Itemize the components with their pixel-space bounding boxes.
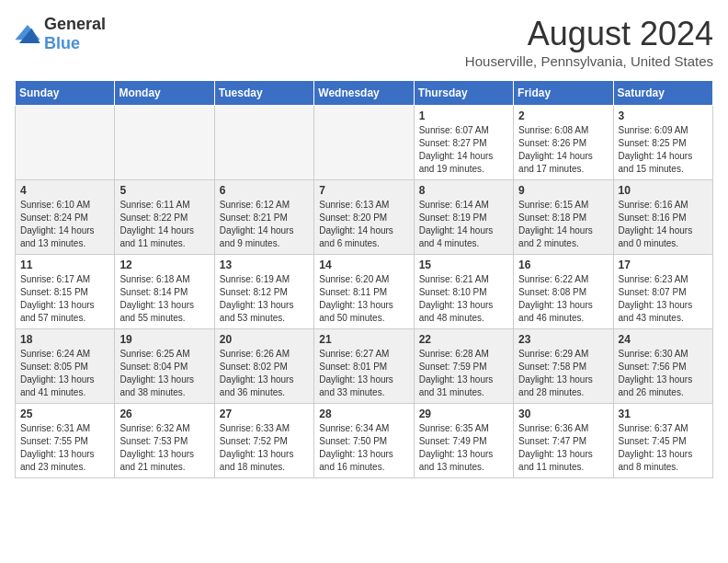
day-info: Sunrise: 6:07 AM Sunset: 8:27 PM Dayligh… xyxy=(419,124,508,176)
day-number: 10 xyxy=(619,184,708,197)
calendar-cell: 2Sunrise: 6:08 AM Sunset: 8:26 PM Daylig… xyxy=(514,106,613,180)
calendar-header: SundayMondayTuesdayWednesdayThursdayFrid… xyxy=(16,81,713,106)
day-number: 23 xyxy=(518,333,608,346)
day-info: Sunrise: 6:32 AM Sunset: 7:53 PM Dayligh… xyxy=(119,422,209,474)
day-info: Sunrise: 6:37 AM Sunset: 7:45 PM Dayligh… xyxy=(619,422,708,474)
day-info: Sunrise: 6:10 AM Sunset: 8:24 PM Dayligh… xyxy=(20,199,109,250)
calendar-cell: 9Sunrise: 6:15 AM Sunset: 8:18 PM Daylig… xyxy=(514,180,613,255)
calendar-cell: 12Sunrise: 6:18 AM Sunset: 8:14 PM Dayli… xyxy=(115,255,214,329)
weekday-header: Tuesday xyxy=(214,81,313,106)
calendar-cell: 21Sunrise: 6:27 AM Sunset: 8:01 PM Dayli… xyxy=(314,329,414,404)
day-info: Sunrise: 6:16 AM Sunset: 8:16 PM Dayligh… xyxy=(619,199,708,250)
day-number: 25 xyxy=(20,408,109,420)
weekday-header: Thursday xyxy=(414,81,513,106)
calendar-cell: 23Sunrise: 6:29 AM Sunset: 7:58 PM Dayli… xyxy=(514,329,613,404)
day-info: Sunrise: 6:35 AM Sunset: 7:49 PM Dayligh… xyxy=(419,422,508,474)
day-number: 9 xyxy=(518,184,608,197)
day-number: 19 xyxy=(119,333,209,346)
calendar-cell: 7Sunrise: 6:13 AM Sunset: 8:20 PM Daylig… xyxy=(314,180,414,255)
day-number: 22 xyxy=(419,333,508,346)
day-info: Sunrise: 6:21 AM Sunset: 8:10 PM Dayligh… xyxy=(419,273,508,325)
day-number: 26 xyxy=(119,408,209,420)
day-info: Sunrise: 6:30 AM Sunset: 7:56 PM Dayligh… xyxy=(619,348,708,399)
calendar-cell: 6Sunrise: 6:12 AM Sunset: 8:21 PM Daylig… xyxy=(214,180,313,255)
day-number: 30 xyxy=(518,408,608,420)
calendar-cell: 5Sunrise: 6:11 AM Sunset: 8:22 PM Daylig… xyxy=(115,180,214,255)
day-number: 1 xyxy=(419,109,508,122)
weekday-header: Friday xyxy=(514,81,613,106)
calendar-cell: 3Sunrise: 6:09 AM Sunset: 8:25 PM Daylig… xyxy=(613,106,712,180)
calendar-cell: 11Sunrise: 6:17 AM Sunset: 8:15 PM Dayli… xyxy=(16,255,115,329)
calendar-cell: 13Sunrise: 6:19 AM Sunset: 8:12 PM Dayli… xyxy=(214,255,313,329)
calendar-cell: 10Sunrise: 6:16 AM Sunset: 8:16 PM Dayli… xyxy=(613,180,712,255)
day-info: Sunrise: 6:14 AM Sunset: 8:19 PM Dayligh… xyxy=(419,199,508,250)
logo-text: General Blue xyxy=(44,15,106,53)
calendar-cell: 19Sunrise: 6:25 AM Sunset: 8:04 PM Dayli… xyxy=(115,329,214,404)
calendar-cell: 14Sunrise: 6:20 AM Sunset: 8:11 PM Dayli… xyxy=(314,255,414,329)
day-number: 3 xyxy=(619,109,708,122)
day-number: 2 xyxy=(518,109,608,122)
calendar-cell: 1Sunrise: 6:07 AM Sunset: 8:27 PM Daylig… xyxy=(414,106,513,180)
day-info: Sunrise: 6:12 AM Sunset: 8:21 PM Dayligh… xyxy=(220,199,309,250)
month-title: August 2024 xyxy=(465,15,713,53)
calendar-cell: 20Sunrise: 6:26 AM Sunset: 8:02 PM Dayli… xyxy=(214,329,313,404)
day-number: 29 xyxy=(419,408,508,420)
day-number: 27 xyxy=(220,408,309,420)
logo-icon xyxy=(15,25,40,43)
day-info: Sunrise: 6:28 AM Sunset: 7:59 PM Dayligh… xyxy=(419,348,508,399)
day-number: 12 xyxy=(119,259,209,271)
location: Houserville, Pennsylvania, United States xyxy=(465,53,713,69)
calendar-cell: 4Sunrise: 6:10 AM Sunset: 8:24 PM Daylig… xyxy=(16,180,115,255)
weekday-header: Sunday xyxy=(16,81,115,106)
calendar-cell: 28Sunrise: 6:34 AM Sunset: 7:50 PM Dayli… xyxy=(314,404,414,478)
day-number: 14 xyxy=(319,259,408,271)
calendar-week: 4Sunrise: 6:10 AM Sunset: 8:24 PM Daylig… xyxy=(16,180,713,255)
calendar-cell: 25Sunrise: 6:31 AM Sunset: 7:55 PM Dayli… xyxy=(16,404,115,478)
day-info: Sunrise: 6:19 AM Sunset: 8:12 PM Dayligh… xyxy=(220,273,309,325)
calendar-cell: 31Sunrise: 6:37 AM Sunset: 7:45 PM Dayli… xyxy=(613,404,712,478)
day-info: Sunrise: 6:11 AM Sunset: 8:22 PM Dayligh… xyxy=(119,199,209,250)
weekday-header: Monday xyxy=(115,81,214,106)
calendar-cell: 30Sunrise: 6:36 AM Sunset: 7:47 PM Dayli… xyxy=(514,404,613,478)
day-info: Sunrise: 6:36 AM Sunset: 7:47 PM Dayligh… xyxy=(518,422,608,474)
calendar-week: 18Sunrise: 6:24 AM Sunset: 8:05 PM Dayli… xyxy=(16,329,713,404)
calendar-cell xyxy=(16,106,115,180)
day-info: Sunrise: 6:15 AM Sunset: 8:18 PM Dayligh… xyxy=(518,199,608,250)
calendar-cell: 17Sunrise: 6:23 AM Sunset: 8:07 PM Dayli… xyxy=(613,255,712,329)
day-number: 8 xyxy=(419,184,508,197)
day-number: 5 xyxy=(119,184,209,197)
calendar-week: 1Sunrise: 6:07 AM Sunset: 8:27 PM Daylig… xyxy=(16,106,713,180)
calendar-body: 1Sunrise: 6:07 AM Sunset: 8:27 PM Daylig… xyxy=(16,106,713,478)
title-area: August 2024 Houserville, Pennsylvania, U… xyxy=(465,15,713,69)
day-info: Sunrise: 6:18 AM Sunset: 8:14 PM Dayligh… xyxy=(119,273,209,325)
day-info: Sunrise: 6:34 AM Sunset: 7:50 PM Dayligh… xyxy=(319,422,408,474)
day-info: Sunrise: 6:26 AM Sunset: 8:02 PM Dayligh… xyxy=(220,348,309,399)
calendar-cell xyxy=(115,106,214,180)
day-info: Sunrise: 6:33 AM Sunset: 7:52 PM Dayligh… xyxy=(220,422,309,474)
day-number: 21 xyxy=(319,333,408,346)
day-info: Sunrise: 6:09 AM Sunset: 8:25 PM Dayligh… xyxy=(619,124,708,176)
calendar-cell xyxy=(314,106,414,180)
day-info: Sunrise: 6:24 AM Sunset: 8:05 PM Dayligh… xyxy=(20,348,109,399)
calendar-cell: 24Sunrise: 6:30 AM Sunset: 7:56 PM Dayli… xyxy=(613,329,712,404)
day-number: 17 xyxy=(619,259,708,271)
day-number: 6 xyxy=(220,184,309,197)
calendar-cell: 16Sunrise: 6:22 AM Sunset: 8:08 PM Dayli… xyxy=(514,255,613,329)
day-info: Sunrise: 6:23 AM Sunset: 8:07 PM Dayligh… xyxy=(619,273,708,325)
logo: General Blue xyxy=(15,15,106,53)
day-number: 15 xyxy=(419,259,508,271)
weekday-row: SundayMondayTuesdayWednesdayThursdayFrid… xyxy=(16,81,713,106)
day-info: Sunrise: 6:08 AM Sunset: 8:26 PM Dayligh… xyxy=(518,124,608,176)
day-info: Sunrise: 6:17 AM Sunset: 8:15 PM Dayligh… xyxy=(20,273,109,325)
day-info: Sunrise: 6:27 AM Sunset: 8:01 PM Dayligh… xyxy=(319,348,408,399)
day-number: 13 xyxy=(220,259,309,271)
calendar-cell: 18Sunrise: 6:24 AM Sunset: 8:05 PM Dayli… xyxy=(16,329,115,404)
day-number: 16 xyxy=(518,259,608,271)
day-number: 18 xyxy=(20,333,109,346)
day-number: 20 xyxy=(220,333,309,346)
calendar-cell: 8Sunrise: 6:14 AM Sunset: 8:19 PM Daylig… xyxy=(414,180,513,255)
calendar-week: 11Sunrise: 6:17 AM Sunset: 8:15 PM Dayli… xyxy=(16,255,713,329)
weekday-header: Wednesday xyxy=(314,81,414,106)
day-number: 28 xyxy=(319,408,408,420)
day-number: 7 xyxy=(319,184,408,197)
